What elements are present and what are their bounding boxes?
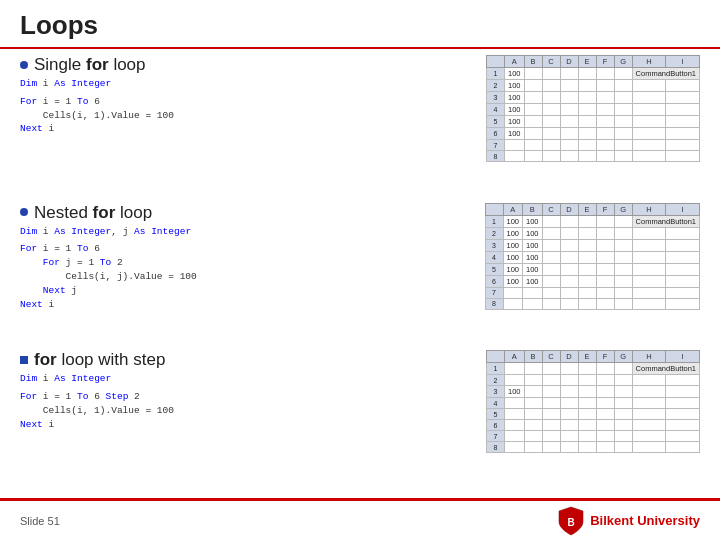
cell [614, 420, 632, 431]
col-header-C: C [542, 351, 560, 363]
row-number: 8 [485, 298, 503, 309]
cell [614, 375, 632, 386]
cell [578, 363, 596, 375]
cell [614, 92, 632, 104]
col-header-blank [487, 56, 505, 68]
cell [578, 263, 596, 275]
cell [596, 363, 614, 375]
command-button[interactable]: CommandButton1 [632, 215, 699, 227]
row-number: 3 [487, 386, 505, 398]
cell [596, 227, 614, 239]
col-header-F: F [596, 203, 614, 215]
cell [666, 239, 700, 251]
cell [666, 409, 700, 420]
cell [578, 215, 596, 227]
col-header-H: H [632, 56, 666, 68]
header: Loops [0, 0, 720, 49]
command-button[interactable]: CommandButton1 [632, 363, 699, 375]
cell [632, 431, 666, 442]
cell [560, 442, 578, 453]
command-button[interactable]: CommandButton1 [632, 68, 699, 80]
row-number: 6 [487, 128, 505, 140]
cell [542, 386, 560, 398]
cell: 100 [523, 227, 543, 239]
cell [505, 431, 525, 442]
cell [596, 140, 614, 151]
cell [632, 287, 666, 298]
table-row: 3100 [487, 92, 700, 104]
col-header-blank [487, 351, 505, 363]
cell [542, 80, 560, 92]
col-header-E: E [578, 203, 596, 215]
cell: 100 [503, 263, 523, 275]
cell [578, 431, 596, 442]
cell [666, 386, 700, 398]
row-number: 7 [487, 431, 505, 442]
cell [578, 68, 596, 80]
cell [560, 420, 578, 431]
cell [632, 375, 666, 386]
cell [542, 128, 560, 140]
cell [614, 398, 632, 409]
cell [596, 92, 614, 104]
cell [524, 363, 542, 375]
cell [666, 298, 700, 309]
section-step-keyword: for [34, 350, 57, 369]
cell [666, 263, 700, 275]
cell [524, 375, 542, 386]
cell [632, 386, 666, 398]
cell [542, 398, 560, 409]
footer: Slide 51 B Bilkent University [0, 498, 720, 540]
cell [505, 420, 525, 431]
table-row: 7 [485, 287, 699, 298]
col-header-I: I [666, 56, 700, 68]
col-header-A: A [505, 56, 525, 68]
table-row: 4100100 [485, 251, 699, 263]
cell [596, 431, 614, 442]
cell [560, 80, 578, 92]
cell [614, 442, 632, 453]
table-row: 7 [487, 431, 700, 442]
table-row: 1CommandButton1 [487, 363, 700, 375]
bullet-icon [20, 61, 28, 69]
cell [596, 215, 614, 227]
cell [542, 239, 560, 251]
row-number: 7 [487, 140, 505, 151]
cell [596, 116, 614, 128]
col-header-H: H [632, 203, 666, 215]
cell [666, 287, 700, 298]
col-header-G: G [614, 203, 632, 215]
cell [524, 80, 542, 92]
section-nested-spreadsheet: ABCDEFGHI1100100CommandButton12100100310… [485, 203, 700, 310]
row-number: 5 [487, 116, 505, 128]
section-step-spreadsheet-wrapper: ABCDEFGHI1CommandButton12310045678 [330, 350, 700, 453]
cell [596, 420, 614, 431]
cell [632, 442, 666, 453]
cell [542, 215, 560, 227]
cell [614, 275, 632, 287]
cell: 100 [505, 68, 525, 80]
cell [578, 398, 596, 409]
cell [542, 151, 560, 162]
cell: 100 [523, 251, 543, 263]
cell: 100 [505, 92, 525, 104]
cell: 100 [523, 275, 543, 287]
row-number: 1 [485, 215, 503, 227]
cell [666, 151, 700, 162]
cell [542, 116, 560, 128]
cell [503, 298, 523, 309]
table-row: 7 [487, 140, 700, 151]
cell [632, 239, 666, 251]
slide-label: Slide 51 [20, 515, 60, 527]
cell [542, 275, 560, 287]
bullet-icon [20, 208, 28, 216]
cell [524, 409, 542, 420]
table-row: 6 [487, 420, 700, 431]
cell [596, 68, 614, 80]
cell [542, 68, 560, 80]
table-row: 6100 [487, 128, 700, 140]
cell [578, 116, 596, 128]
cell [614, 363, 632, 375]
row-number: 7 [485, 287, 503, 298]
cell [560, 386, 578, 398]
